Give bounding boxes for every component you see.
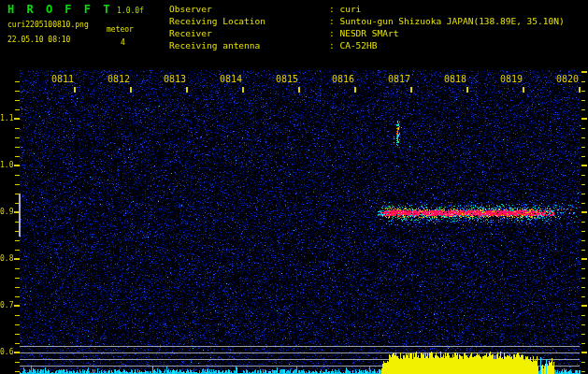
x-axis-label: 0817 xyxy=(382,74,410,84)
hrofft-window: H R O F F T 1.0.0f curi2205100810.png me… xyxy=(0,0,588,374)
y-axis-label: 0.9 xyxy=(0,208,13,216)
x-axis-label: 0812 xyxy=(102,74,130,84)
x-axis-label: 0819 xyxy=(495,74,523,84)
info-value: : curi xyxy=(329,4,361,14)
spectrogram-canvas xyxy=(0,0,588,374)
station-info-row: Receiving antenna: CA-52HB xyxy=(169,39,565,51)
info-value: : NESDR SMArt xyxy=(329,28,398,38)
app-title: H R O F F T xyxy=(7,4,112,16)
y-axis-label: 0.8 xyxy=(0,254,13,263)
x-axis-label: 0816 xyxy=(326,74,354,84)
y-axis-unit: kHz xyxy=(1,71,16,80)
meteor-count-label: meteor xyxy=(107,26,134,35)
x-axis-label: 0815 xyxy=(270,74,298,84)
y-axis-label: 1.1 xyxy=(0,114,13,122)
x-axis-label: 0814 xyxy=(214,74,242,84)
observation-datetime: 22.05.10 08:10 xyxy=(7,36,70,45)
y-axis-label: 0.7 xyxy=(0,301,13,309)
info-value: : CA-52HB xyxy=(329,40,377,50)
station-info-row: Observer: curi xyxy=(169,3,565,15)
station-info-row: Receiver: NESDR SMArt xyxy=(169,27,565,39)
info-value: : Suntou-gun Shizuoka JAPAN(138.89E, 35.… xyxy=(329,16,565,26)
meteor-count-value: 4 xyxy=(121,39,125,48)
output-filename: curi2205100810.png xyxy=(7,22,89,30)
x-axis-label: 0813 xyxy=(158,74,186,84)
station-info-row: Receiving Location: Suntou-gun Shizuoka … xyxy=(169,15,565,27)
app-version: 1.0.0f xyxy=(117,7,144,16)
x-axis-label: 0820 xyxy=(551,74,579,84)
info-label: Receiving Location xyxy=(169,15,329,27)
x-axis-label: 0811 xyxy=(46,74,74,84)
y-axis-label: 0.6 xyxy=(0,348,13,356)
info-label: Receiver xyxy=(169,27,329,39)
y-axis-label: 1.0 xyxy=(0,161,13,169)
info-label: Receiving antenna xyxy=(169,39,329,51)
info-label: Observer xyxy=(169,3,329,15)
x-axis-label: 0818 xyxy=(438,74,466,84)
station-info: Observer: curiReceiving Location: Suntou… xyxy=(169,3,565,51)
